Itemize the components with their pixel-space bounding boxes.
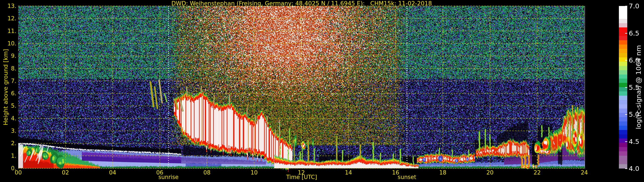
colorbar-tick-mark xyxy=(625,114,627,115)
x-tick-label: 00 xyxy=(8,169,28,176)
colorbar-tick-mark xyxy=(625,168,627,169)
colorbar-segment xyxy=(619,6,627,10)
x-tick-label: 12 xyxy=(292,169,311,176)
colorbar-segment xyxy=(619,83,627,87)
colorbar-segment xyxy=(619,151,627,156)
x-tick-label: 20 xyxy=(480,169,500,176)
colorbar-segment xyxy=(619,156,627,160)
colorbar-segment xyxy=(619,164,627,169)
colorbar-segment xyxy=(619,104,627,108)
colorbar-segment xyxy=(619,100,627,104)
colorbar-segment xyxy=(619,121,627,126)
colorbar-segment xyxy=(619,62,627,66)
y-tick-label: 8. xyxy=(1,65,16,72)
x-tick-label: 14 xyxy=(339,169,358,176)
x-tick-label: 24 xyxy=(575,169,594,176)
y-tick-label: 4. xyxy=(1,115,16,122)
colorbar-tick-label: 6.0 xyxy=(629,56,639,64)
plot-title: DWD: Weihenstephan (Freising, Germany; 4… xyxy=(171,0,432,7)
colorbar-segment xyxy=(619,10,627,14)
colorbar-segment xyxy=(619,36,627,40)
y-tick-label: 13. xyxy=(1,2,16,10)
colorbar-segment xyxy=(619,40,627,45)
y-tick-label: 10. xyxy=(1,40,16,47)
colorbar-tick-mark xyxy=(625,33,627,34)
colorbar-tick-mark xyxy=(625,60,627,61)
colorbar-segment xyxy=(619,75,627,79)
colorbar-segment xyxy=(619,27,627,32)
colorbar-segment xyxy=(619,143,627,147)
y-tick-label: 7. xyxy=(1,77,16,85)
x-tick-label: 10 xyxy=(244,169,264,176)
colorbar-segment xyxy=(619,70,627,75)
colorbar-segment xyxy=(619,87,627,91)
colorbar-segment xyxy=(619,45,627,49)
colorbar-segment xyxy=(619,79,627,83)
y-tick-label: 2. xyxy=(1,140,16,147)
colorbar-segment xyxy=(619,53,627,57)
x-tick-label: 04 xyxy=(103,169,122,176)
colorbar-segment xyxy=(619,96,627,100)
x-tick-label: 08 xyxy=(197,169,216,176)
colorbar-tick-label: 6.5 xyxy=(629,29,639,37)
x-tick-label: 06 xyxy=(150,169,169,176)
colorbar-tick-label: 7.0 xyxy=(629,2,639,10)
colorbar-tick-mark xyxy=(625,87,627,88)
colorbar-tick-mark xyxy=(625,6,627,6)
y-tick-label: 5. xyxy=(1,102,16,109)
y-axis-label: Height above ground [km] xyxy=(2,49,9,125)
colorbar-tick-label: 5.5 xyxy=(629,83,639,91)
colorbar-segment xyxy=(619,32,627,36)
x-tick-label: 02 xyxy=(56,169,75,176)
colorbar-segment xyxy=(619,130,627,134)
colorbar-tick-label: 4.5 xyxy=(629,137,639,146)
colorbar-tick-label: 5.0 xyxy=(629,110,639,118)
colorbar-segment xyxy=(619,108,627,113)
x-tick-label: 18 xyxy=(433,169,452,176)
y-tick-label: 3. xyxy=(1,127,16,134)
colorbar-segment xyxy=(619,23,627,27)
colorbar-segment xyxy=(619,126,627,130)
colorbar-segment xyxy=(619,66,627,70)
colorbar-segment xyxy=(619,91,627,96)
colorbar-segment xyxy=(619,139,627,143)
x-tick-label: 16 xyxy=(386,169,405,176)
colorbar-segment xyxy=(619,19,627,23)
colorbar-segment xyxy=(619,113,627,117)
colorbar-segment xyxy=(619,147,627,151)
colorbar-tick-label: 4.0 xyxy=(629,165,639,173)
x-tick-label: 22 xyxy=(528,169,547,176)
y-tick-label: 12. xyxy=(1,15,16,22)
colorbar-segment xyxy=(619,49,627,53)
ceilometer-quicklook: DWD: Weihenstephan (Freising, Germany; 4… xyxy=(0,0,644,182)
colorbar-tick-mark xyxy=(625,141,627,142)
y-tick-label: 1. xyxy=(1,152,16,160)
y-tick-label: 9. xyxy=(1,52,16,60)
colorbar-segment xyxy=(619,57,627,62)
y-tick-label: 6. xyxy=(1,90,16,97)
y-tick-label: 11. xyxy=(1,27,16,35)
colorbar-segment xyxy=(619,160,627,164)
colorbar-segment xyxy=(619,134,627,139)
colorbar-segment xyxy=(619,14,627,19)
colorbar-segment xyxy=(619,117,627,121)
heatmap-canvas xyxy=(0,0,644,182)
